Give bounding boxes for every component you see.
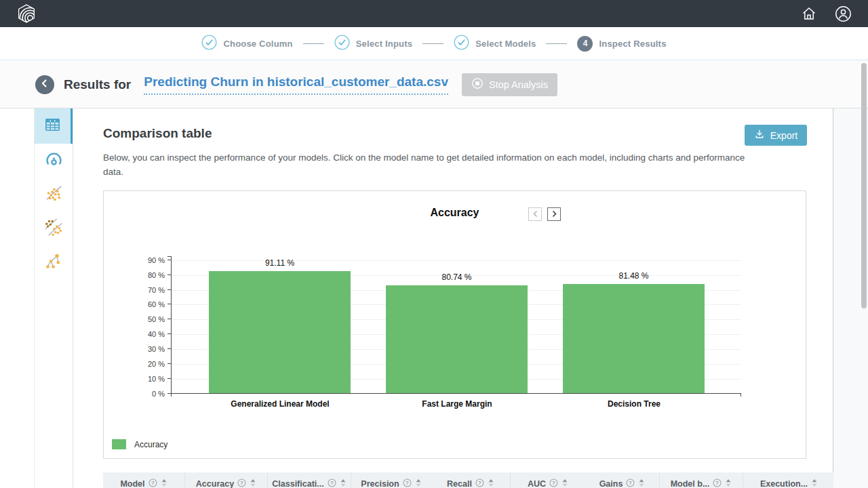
y-tick-label: 20 %	[134, 360, 165, 368]
column-label: Model b...	[671, 479, 710, 488]
y-tick	[167, 348, 172, 349]
help-icon[interactable]: ?	[549, 479, 558, 487]
bar-2	[386, 285, 528, 393]
y-tick-label: 80 %	[134, 271, 165, 279]
stop-analysis-button[interactable]: Stop Analysis	[462, 73, 557, 96]
sort-icon[interactable]	[725, 479, 732, 487]
column-header-modelb[interactable]: Model b...?	[660, 472, 743, 488]
column-label: Model	[120, 479, 144, 488]
chart-next-button[interactable]	[547, 207, 561, 221]
y-tick	[167, 319, 172, 319]
stop-analysis-label: Stop Analysis	[489, 79, 548, 90]
axis-top-tick	[167, 256, 172, 257]
export-label: Export	[770, 130, 797, 141]
sidebar-item-3[interactable]	[35, 178, 73, 211]
page-title-prefix: Results for	[64, 77, 131, 92]
column-label: AUC	[528, 479, 546, 488]
rapidminer-logo[interactable]	[16, 3, 37, 24]
stepper-step-4[interactable]: 4Inspect Results	[577, 36, 666, 52]
y-tick-label: 50 %	[134, 315, 165, 323]
x-tick	[741, 393, 741, 396]
x-category-label: Fast Large Margin	[369, 399, 546, 409]
export-button[interactable]: Export	[745, 125, 807, 146]
stepper-connector	[303, 43, 324, 44]
step-label: Inspect Results	[599, 39, 666, 49]
user-icon[interactable]	[835, 5, 852, 22]
stepper-step-2[interactable]: Select Inputs	[334, 35, 413, 53]
table-icon	[43, 116, 62, 137]
column-header-execution[interactable]: Execution...	[743, 472, 835, 488]
y-tick-label: 60 %	[134, 300, 165, 308]
sort-icon[interactable]	[161, 479, 167, 487]
column-label: Recall	[447, 479, 472, 488]
help-icon[interactable]: ?	[626, 479, 635, 487]
svg-text:?: ?	[478, 480, 481, 486]
dataset-title-link[interactable]: Predicting Churn in historical_customer_…	[144, 75, 448, 95]
help-icon[interactable]: ?	[403, 479, 412, 487]
svg-text:?: ?	[330, 480, 334, 486]
sidebar-item-1[interactable]	[35, 108, 73, 144]
stepper-step-3[interactable]: Select Models	[454, 35, 536, 53]
bar-1	[209, 271, 351, 393]
sort-icon[interactable]	[811, 479, 818, 487]
column-header-model[interactable]: Model?	[103, 472, 185, 488]
stepper-connector	[546, 43, 567, 44]
column-header-auc[interactable]: AUC?	[511, 472, 585, 488]
help-icon[interactable]: ?	[475, 479, 484, 487]
y-tick-label: 10 %	[134, 375, 165, 383]
home-icon[interactable]	[800, 5, 817, 22]
wizard-stepper: Choose ColumnSelect InputsSelect Models4…	[0, 27, 868, 60]
help-icon[interactable]: ?	[713, 479, 722, 487]
chevron-left-icon	[39, 78, 50, 91]
stepper-step-1[interactable]: Choose Column	[201, 35, 292, 53]
x-category-label: Decision Tree	[546, 399, 723, 409]
gauge-icon	[44, 150, 64, 172]
scatter-classes-icon	[44, 218, 63, 239]
y-tick-label: 70 %	[134, 286, 165, 294]
legend-swatch	[112, 439, 126, 449]
y-tick	[167, 304, 172, 304]
results-header: Results for Predicting Churn in historic…	[0, 61, 868, 108]
accuracy-chart-panel: Accuracy 0 %10 %20 %30 %40 %50 %60 %70 %…	[103, 190, 806, 459]
svg-text:?: ?	[715, 480, 719, 486]
help-icon[interactable]: ?	[328, 479, 336, 487]
sidebar-item-4[interactable]	[35, 211, 73, 245]
step-label: Select Inputs	[356, 39, 413, 49]
svg-text:?: ?	[151, 480, 155, 486]
sort-icon[interactable]	[415, 479, 422, 487]
legend-label: Accuracy	[134, 440, 167, 449]
chevron-right-icon	[551, 209, 557, 220]
check-circle-icon	[334, 35, 350, 53]
column-label: Classificati...	[272, 479, 323, 488]
column-header-gains[interactable]: Gains?	[585, 472, 660, 488]
y-tick	[167, 333, 172, 334]
sidebar-item-5[interactable]	[35, 245, 73, 279]
results-sidebar	[34, 108, 73, 488]
download-icon	[754, 129, 765, 142]
chart-prev-button[interactable]	[528, 207, 542, 221]
back-button[interactable]	[35, 75, 54, 94]
column-header-precision[interactable]: Precision?	[351, 472, 431, 488]
step-number-badge: 4	[577, 36, 593, 52]
column-header-classificati[interactable]: Classificati...?	[268, 472, 351, 488]
bar-value-label: 80.74 %	[386, 272, 528, 282]
help-icon[interactable]: ?	[237, 479, 246, 487]
sort-icon[interactable]	[250, 479, 256, 487]
help-icon[interactable]: ?	[149, 479, 157, 487]
column-label: Accuracy	[196, 479, 234, 488]
x-tick	[171, 393, 172, 396]
y-tick-label: 90 %	[134, 256, 165, 264]
y-tick	[167, 260, 172, 260]
column-header-accuracy[interactable]: Accuracy?	[185, 472, 268, 488]
vertical-scrollbar[interactable]	[861, 63, 867, 308]
column-header-recall[interactable]: Recall?	[431, 472, 511, 488]
sort-icon[interactable]	[561, 479, 568, 487]
chart-title: Accuracy	[104, 207, 806, 219]
chart-plot: 0 %10 %20 %30 %40 %50 %60 %70 %80 %90 %9…	[171, 256, 741, 394]
sidebar-item-2[interactable]	[35, 144, 73, 178]
column-label: Precision	[361, 479, 399, 488]
sort-icon[interactable]	[488, 479, 494, 487]
sort-icon[interactable]	[340, 479, 347, 487]
svg-text:?: ?	[552, 480, 555, 486]
sort-icon[interactable]	[638, 479, 645, 487]
